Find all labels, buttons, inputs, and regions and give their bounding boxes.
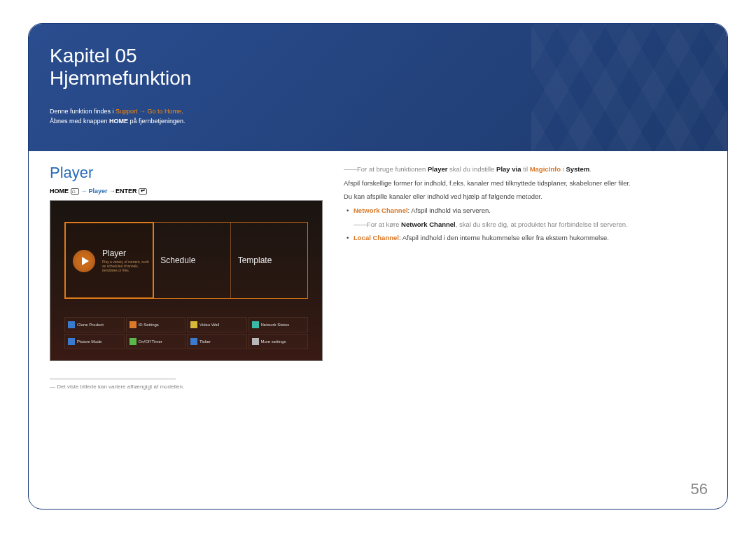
grid-picture: Picture Mode xyxy=(64,334,125,349)
picture-icon xyxy=(68,338,75,345)
right-column: ――For at bruge funktionen Player skal du… xyxy=(344,164,706,246)
tile-player: Player Play a variety of content, such a… xyxy=(64,222,154,299)
tile-schedule: Schedule xyxy=(153,223,230,298)
settings-grid: Clone Product ID Settings Video Wall Net… xyxy=(64,317,308,349)
subhead-line2: Åbnes med knappen HOME på fjernbetjening… xyxy=(50,116,186,126)
body-area: Player HOME → Player →ENTER Player Play … xyxy=(50,164,706,495)
chapter-heading: Kapitel 05 Hjemmefunktion xyxy=(50,45,191,90)
page-frame: Kapitel 05 Hjemmefunktion Denne funktion… xyxy=(28,23,728,510)
grid-ticker: Ticker xyxy=(187,334,247,349)
grid-videowall: Video Wall xyxy=(187,317,247,332)
network-icon xyxy=(252,321,259,328)
usage-note: ――For at bruge funktionen Player skal du… xyxy=(344,164,706,175)
footnote-rule xyxy=(50,379,176,379)
tile-row: Player Play a variety of content, such a… xyxy=(64,222,308,299)
body-p2: Du kan afspille kanaler eller indhold ve… xyxy=(344,191,706,202)
more-icon xyxy=(252,338,259,345)
ticker-icon xyxy=(190,338,197,345)
footnote: ― Det viste billede kan variere afhængig… xyxy=(50,384,706,390)
sub-heading: Denne funktion findes i Support → Go to … xyxy=(50,106,186,127)
grid-more: More settings xyxy=(248,334,309,349)
grid-network: Network Status xyxy=(248,317,309,332)
id-icon xyxy=(130,321,136,328)
tile-template: Template xyxy=(231,223,307,298)
page-number: 56 xyxy=(691,480,708,498)
grid-id: ID Settings xyxy=(126,317,186,332)
list-network: Network Channel: Afspil indhold via serv… xyxy=(344,205,706,216)
list-local: Local Channel: Afspil indhold i den inte… xyxy=(344,232,706,244)
play-icon xyxy=(73,250,95,272)
body-p1: Afspil forskellige former for indhold, f… xyxy=(344,178,706,189)
grid-clone: Clone Product xyxy=(64,317,125,332)
grid-timer: On/Off Timer xyxy=(126,334,186,349)
tv-screenshot: Player Play a variety of content, such a… xyxy=(50,200,323,361)
list-network-note: ――For at køre Network Channel, skal du s… xyxy=(344,219,706,230)
subhead-line1: Denne funktion findes i Support → Go to … xyxy=(50,106,186,116)
enter-icon xyxy=(139,188,147,195)
clone-icon xyxy=(68,321,75,328)
chapter-number: 05 xyxy=(115,45,136,66)
chapter-label: Kapitel xyxy=(50,45,110,66)
home-icon xyxy=(71,188,79,195)
videowall-icon xyxy=(190,321,197,328)
timer-icon xyxy=(130,338,136,345)
chapter-title: Hjemmefunktion xyxy=(50,67,191,89)
